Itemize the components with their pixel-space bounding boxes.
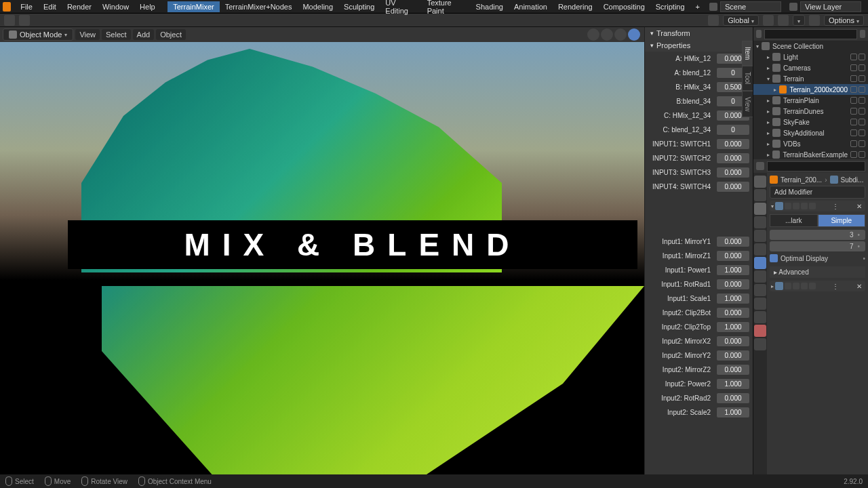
workspace-tab-texpaint[interactable]: Texture Paint bbox=[422, 0, 471, 16]
props-tab-data[interactable] bbox=[754, 311, 766, 323]
select-tool-icon[interactable] bbox=[19, 15, 30, 26]
prop-value-input[interactable]: 0 bbox=[716, 124, 750, 136]
scene-name-input[interactable] bbox=[720, 1, 781, 12]
properties-search-input[interactable] bbox=[767, 161, 865, 171]
props-tab-modifiers[interactable] bbox=[754, 257, 766, 269]
workspace-add[interactable]: + bbox=[690, 1, 705, 12]
viewport-select-menu[interactable]: Select bbox=[102, 29, 131, 40]
mod2-vis-realtime-icon[interactable] bbox=[793, 283, 800, 289]
shading-rendered[interactable] bbox=[628, 28, 640, 41]
outliner-vis-toggle[interactable] bbox=[850, 151, 857, 158]
modifier2-close-icon[interactable]: ✕ bbox=[854, 283, 864, 290]
outliner-item[interactable]: ▸SkyFake bbox=[753, 117, 868, 127]
npanel-properties-header[interactable]: Properties bbox=[645, 39, 753, 52]
outliner-item[interactable]: ▸SkyAdditional bbox=[753, 127, 868, 138]
props-tab-viewlayer[interactable] bbox=[754, 203, 766, 215]
subdiv-viewport-levels[interactable]: 3• bbox=[770, 230, 865, 240]
workspace-tab-animation[interactable]: Animation bbox=[509, 1, 553, 12]
mod2-vis-edit-icon[interactable] bbox=[785, 283, 791, 289]
prop-value-input[interactable]: 1.000 bbox=[716, 321, 750, 333]
optimal-display-checkbox[interactable] bbox=[770, 254, 778, 262]
outliner-render-toggle[interactable] bbox=[859, 151, 865, 158]
subdiv-simple-button[interactable]: Simple bbox=[818, 214, 866, 227]
prop-value-input[interactable]: 0.000 bbox=[716, 138, 750, 150]
prop-value-input[interactable]: 0.000 bbox=[716, 181, 750, 192]
orientation-dropdown[interactable]: Global ▾ bbox=[723, 15, 759, 26]
props-tab-world[interactable] bbox=[754, 230, 766, 242]
viewport-view-menu[interactable]: View bbox=[75, 29, 100, 40]
subdiv-catmull-button[interactable]: ...lark bbox=[770, 214, 818, 227]
prop-value-input[interactable]: 0.000 bbox=[716, 392, 750, 404]
prop-value-input[interactable]: 1.000 bbox=[716, 407, 750, 418]
prop-value-input[interactable]: 0.000 bbox=[716, 350, 750, 361]
outliner-vis-toggle[interactable] bbox=[850, 119, 857, 125]
outliner-scene-collection[interactable]: ▾ Scene Collection bbox=[753, 41, 868, 52]
outliner-item[interactable]: ▸VDBs bbox=[753, 138, 868, 149]
workspace-tab-sculpting[interactable]: Sculpting bbox=[338, 1, 380, 12]
outliner-render-toggle[interactable] bbox=[859, 97, 865, 104]
outliner-render-toggle[interactable] bbox=[859, 140, 865, 147]
props-tab-texture[interactable] bbox=[754, 338, 766, 350]
menu-edit[interactable]: Edit bbox=[38, 1, 62, 12]
viewlayer-selector[interactable] bbox=[785, 0, 865, 14]
mod-vis-cage-icon[interactable] bbox=[809, 203, 816, 209]
props-tab-scene[interactable] bbox=[754, 216, 766, 228]
shading-wireframe[interactable] bbox=[587, 28, 599, 41]
workspace-tab-compositing[interactable]: Compositing bbox=[598, 1, 650, 12]
outliner-item[interactable]: ▸TerrainPlain bbox=[753, 95, 868, 106]
workspace-tab-scripting[interactable]: Scripting bbox=[650, 1, 690, 12]
outliner-item[interactable]: ▸Terrain_2000x2000 bbox=[753, 84, 868, 95]
prop-value-input[interactable]: 0.000 bbox=[716, 279, 750, 290]
outliner-item[interactable]: ▸TerrainDunes bbox=[753, 106, 868, 117]
outliner-render-toggle[interactable] bbox=[859, 54, 865, 60]
prop-value-input[interactable]: 0.000 bbox=[716, 336, 750, 347]
outliner-vis-toggle[interactable] bbox=[850, 54, 857, 60]
outliner-search-input[interactable] bbox=[764, 29, 857, 39]
props-tab-particles[interactable] bbox=[754, 270, 766, 283]
outliner-render-toggle[interactable] bbox=[859, 86, 865, 93]
outliner-vis-toggle[interactable] bbox=[850, 129, 857, 136]
outliner-render-toggle[interactable] bbox=[859, 108, 865, 115]
prop-value-input[interactable]: 0.000 bbox=[716, 236, 750, 247]
outliner-vis-toggle[interactable] bbox=[850, 97, 857, 104]
outliner-filter-icon[interactable] bbox=[860, 30, 865, 38]
subdiv-render-levels[interactable]: 7• bbox=[770, 241, 865, 251]
snap-dropdown[interactable]: ▾ bbox=[793, 15, 805, 26]
mod2-vis-render-icon[interactable] bbox=[801, 283, 808, 289]
prop-value-input[interactable]: 0.000 bbox=[716, 167, 750, 178]
props-tab-material[interactable] bbox=[754, 325, 766, 337]
add-modifier-button[interactable]: Add Modifier bbox=[770, 186, 865, 199]
workspace-tab-rendering[interactable]: Rendering bbox=[553, 1, 598, 12]
outliner-render-toggle[interactable] bbox=[859, 129, 865, 136]
modifier-close-icon[interactable]: ✕ bbox=[854, 203, 864, 210]
props-tab-output[interactable] bbox=[754, 189, 766, 201]
props-tab-render[interactable] bbox=[754, 176, 766, 188]
modifier2-menu-icon[interactable]: ⋮ bbox=[830, 283, 841, 290]
outliner-item[interactable]: ▾Terrain bbox=[753, 73, 868, 84]
props-tab-constraints[interactable] bbox=[754, 298, 766, 310]
npanel-tab-view[interactable]: View bbox=[742, 91, 753, 118]
shading-matprev[interactable] bbox=[614, 28, 627, 41]
proportional-icon[interactable] bbox=[809, 15, 820, 26]
workspace-tab-modeling[interactable]: Modeling bbox=[297, 1, 338, 12]
outliner-item[interactable]: ▸TerrainBakerExample bbox=[753, 149, 868, 159]
props-tab-object[interactable] bbox=[754, 243, 766, 256]
menu-file[interactable]: File bbox=[15, 1, 38, 12]
mod-vis-edit-icon[interactable] bbox=[785, 203, 791, 209]
viewlayer-name-input[interactable] bbox=[800, 1, 861, 12]
outliner-vis-toggle[interactable] bbox=[850, 64, 857, 71]
npanel-tab-tool[interactable]: Tool bbox=[742, 66, 753, 90]
mod-vis-realtime-icon[interactable] bbox=[793, 203, 800, 209]
npanel-transform-header[interactable]: Transform bbox=[645, 27, 753, 39]
workspace-tab-terrainmixer-nodes[interactable]: TerrainMixer+Nodes bbox=[220, 1, 298, 12]
workspace-tab-shading[interactable]: Shading bbox=[471, 1, 509, 12]
viewport-add-menu[interactable]: Add bbox=[133, 29, 155, 40]
modifier-second-header[interactable]: ▸ ⋮ ✕ bbox=[770, 281, 865, 291]
prop-value-input[interactable]: 0.000 bbox=[716, 250, 750, 262]
prop-value-input[interactable]: 0.000 bbox=[716, 152, 750, 164]
outliner-render-toggle[interactable] bbox=[859, 75, 865, 82]
orientation-icon[interactable] bbox=[708, 15, 719, 26]
mod2-vis-cage-icon[interactable] bbox=[809, 283, 816, 289]
outliner-vis-toggle[interactable] bbox=[850, 140, 857, 147]
prop-value-input[interactable]: 1.000 bbox=[716, 378, 750, 390]
